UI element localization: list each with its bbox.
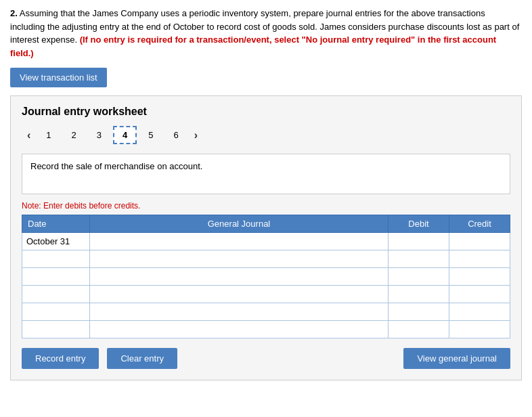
- journal-table: Date General Journal Debit Credit: [22, 215, 510, 338]
- input-credit-5[interactable]: [449, 321, 510, 338]
- cell-date-3[interactable]: [22, 286, 90, 303]
- cell-journal-0[interactable]: [90, 233, 389, 250]
- input-date-4[interactable]: [22, 303, 89, 320]
- table-row: [22, 268, 510, 286]
- note-text: Note: Enter debits before credits.: [22, 201, 510, 211]
- question-number: 2.: [10, 8, 18, 18]
- cell-journal-5[interactable]: [90, 321, 389, 338]
- cell-debit-1[interactable]: [389, 250, 449, 268]
- clear-entry-button[interactable]: Clear entry: [107, 348, 177, 369]
- table-row: [22, 233, 510, 250]
- cell-date-4[interactable]: [22, 303, 90, 321]
- input-credit-1[interactable]: [449, 250, 510, 267]
- input-debit-0[interactable]: [389, 233, 449, 250]
- cell-journal-3[interactable]: [90, 286, 389, 303]
- cell-date-0[interactable]: [22, 233, 90, 250]
- col-header-journal: General Journal: [90, 215, 389, 233]
- tab-1[interactable]: 1: [37, 127, 60, 144]
- input-debit-3[interactable]: [389, 286, 449, 303]
- cell-debit-2[interactable]: [389, 268, 449, 286]
- cell-date-1[interactable]: [22, 250, 90, 268]
- tab-4[interactable]: 4: [113, 126, 137, 144]
- input-journal-4[interactable]: [90, 303, 388, 320]
- table-row: [22, 286, 510, 303]
- input-journal-2[interactable]: [90, 268, 388, 285]
- cell-debit-0[interactable]: [389, 233, 449, 250]
- input-date-1[interactable]: [22, 250, 89, 267]
- transaction-description: Record the sale of merchandise on accoun…: [22, 154, 510, 194]
- col-header-credit: Credit: [449, 215, 510, 233]
- table-row: [22, 303, 510, 321]
- cell-credit-2[interactable]: [449, 268, 510, 286]
- input-debit-1[interactable]: [389, 250, 449, 267]
- cell-journal-1[interactable]: [90, 250, 389, 268]
- tab-next-arrow[interactable]: ›: [189, 128, 203, 143]
- view-general-journal-button[interactable]: View general journal: [403, 348, 510, 369]
- cell-credit-5[interactable]: [449, 321, 510, 338]
- col-header-date: Date: [22, 215, 90, 233]
- question-note: (If no entry is required for a transacti…: [10, 35, 496, 58]
- view-transaction-button[interactable]: View transaction list: [10, 68, 107, 87]
- input-journal-5[interactable]: [90, 321, 388, 338]
- cell-journal-2[interactable]: [90, 268, 389, 286]
- input-credit-2[interactable]: [449, 268, 510, 285]
- cell-date-2[interactable]: [22, 268, 90, 286]
- tab-3[interactable]: 3: [88, 127, 110, 144]
- cell-journal-4[interactable]: [90, 303, 389, 321]
- table-row: [22, 321, 510, 338]
- tab-prev-arrow[interactable]: ‹: [22, 128, 36, 143]
- input-credit-0[interactable]: [449, 233, 510, 250]
- cell-date-5[interactable]: [22, 321, 90, 338]
- input-date-5[interactable]: [22, 321, 89, 338]
- input-credit-3[interactable]: [449, 286, 510, 303]
- input-debit-4[interactable]: [389, 303, 449, 320]
- input-journal-0[interactable]: [90, 233, 388, 250]
- cell-credit-3[interactable]: [449, 286, 510, 303]
- tab-5[interactable]: 5: [139, 127, 162, 144]
- tab-2[interactable]: 2: [63, 127, 85, 144]
- tab-navigation: ‹ 1 2 3 4 5 6 ›: [22, 126, 510, 144]
- description-text: Record the sale of merchandise on accoun…: [30, 161, 202, 171]
- record-entry-button[interactable]: Record entry: [22, 348, 99, 369]
- tab-6[interactable]: 6: [165, 127, 187, 144]
- input-journal-3[interactable]: [90, 286, 388, 303]
- cell-debit-3[interactable]: [389, 286, 449, 303]
- cell-credit-4[interactable]: [449, 303, 510, 321]
- input-credit-4[interactable]: [449, 303, 510, 320]
- input-date-3[interactable]: [22, 286, 89, 303]
- cell-debit-4[interactable]: [389, 303, 449, 321]
- input-debit-5[interactable]: [389, 321, 449, 338]
- cell-credit-0[interactable]: [449, 233, 510, 250]
- input-date-0[interactable]: [22, 233, 89, 250]
- table-row: [22, 250, 510, 268]
- question-text: 2. Assuming that the James Company uses …: [10, 7, 522, 60]
- input-journal-1[interactable]: [90, 250, 388, 267]
- bottom-buttons: Record entry Clear entry View general jo…: [22, 348, 510, 369]
- worksheet-container: Journal entry worksheet ‹ 1 2 3 4 5 6 › …: [10, 95, 522, 380]
- worksheet-title: Journal entry worksheet: [22, 106, 510, 118]
- col-header-debit: Debit: [389, 215, 449, 233]
- cell-debit-5[interactable]: [389, 321, 449, 338]
- input-debit-2[interactable]: [389, 268, 449, 285]
- input-date-2[interactable]: [22, 268, 89, 285]
- cell-credit-1[interactable]: [449, 250, 510, 268]
